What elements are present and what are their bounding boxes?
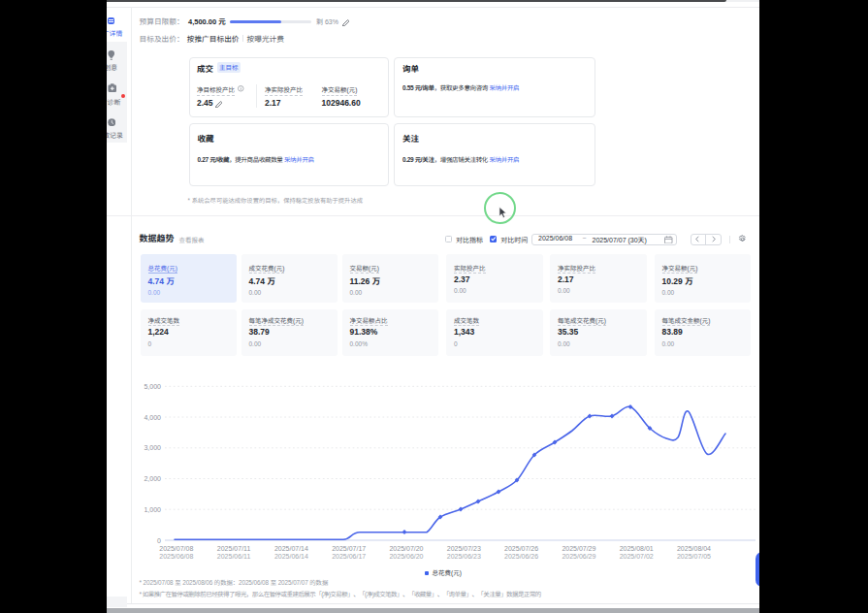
- svg-text:2025/07/29: 2025/07/29: [562, 545, 595, 552]
- svg-text:2025/06/29: 2025/06/29: [562, 553, 595, 560]
- svg-text:2025/07/23: 2025/07/23: [447, 545, 481, 552]
- svg-text:2025/06/23: 2025/06/23: [447, 553, 481, 560]
- svg-text:5,000: 5,000: [144, 383, 161, 390]
- svg-text:2025/06/17: 2025/06/17: [332, 553, 366, 560]
- svg-text:2025/06/26: 2025/06/26: [504, 553, 538, 560]
- svg-text:2025/08/04: 2025/08/04: [677, 545, 711, 552]
- svg-text:3,000: 3,000: [144, 444, 161, 451]
- svg-text:2025/06/11: 2025/06/11: [217, 553, 251, 560]
- svg-text:2025/07/05: 2025/07/05: [677, 553, 711, 560]
- svg-text:2025/07/02: 2025/07/02: [620, 553, 654, 560]
- svg-text:2025/07/17: 2025/07/17: [332, 545, 366, 552]
- svg-text:2025/07/08: 2025/07/08: [159, 545, 193, 552]
- svg-text:2025/07/26: 2025/07/26: [504, 545, 538, 552]
- svg-text:2,000: 2,000: [144, 475, 161, 482]
- svg-text:2025/07/11: 2025/07/11: [217, 545, 251, 552]
- svg-text:4,000: 4,000: [144, 414, 161, 421]
- svg-text:2025/07/14: 2025/07/14: [274, 545, 308, 552]
- svg-text:0: 0: [157, 537, 161, 544]
- svg-text:2025/07/20: 2025/07/20: [389, 545, 423, 552]
- svg-text:1,000: 1,000: [144, 506, 161, 513]
- svg-text:2025/06/20: 2025/06/20: [389, 553, 423, 560]
- svg-text:2025/08/01: 2025/08/01: [620, 545, 654, 552]
- svg-text:2025/06/14: 2025/06/14: [274, 553, 308, 560]
- svg-text:2025/06/08: 2025/06/08: [159, 553, 193, 560]
